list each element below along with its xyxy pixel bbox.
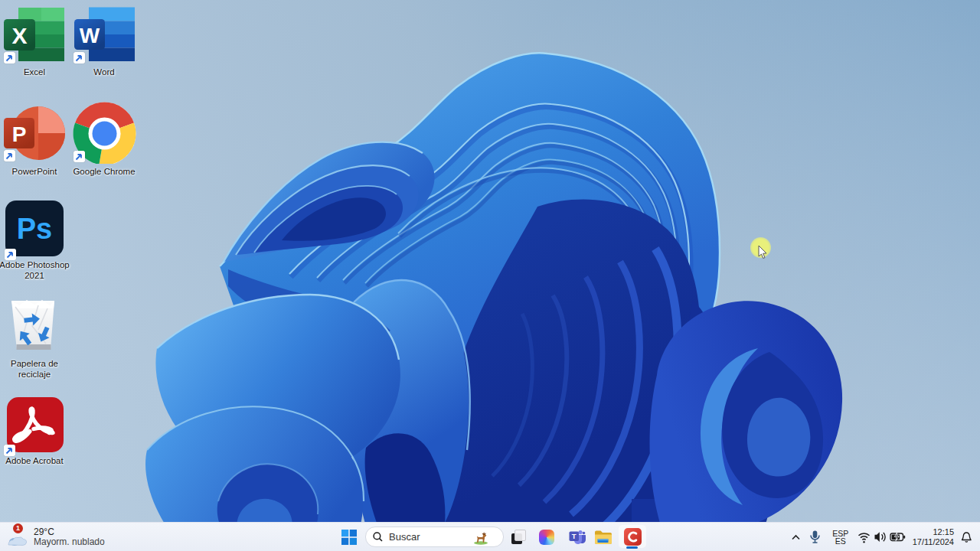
svg-text:Ps: Ps [17, 213, 52, 245]
svg-text:W: W [80, 24, 100, 47]
svg-text:X: X [11, 23, 27, 48]
svg-text:P: P [12, 122, 27, 146]
svg-text:T: T [572, 532, 577, 540]
